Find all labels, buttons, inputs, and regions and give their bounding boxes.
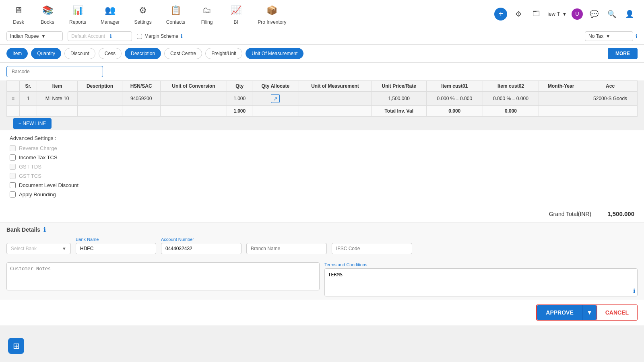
pro-inventory-icon: 📦 [265, 3, 279, 18]
sub-header: Indian Rupee ▼ Default Account ℹ Margin … [0, 28, 644, 45]
bank-name-label: Bank Name [76, 237, 156, 242]
add-button[interactable]: + [494, 8, 507, 21]
nav-desk[interactable]: 🖥 Desk [4, 0, 33, 28]
bank-details-header: Bank Details ℹ [6, 222, 638, 237]
row-month-year[interactable] [539, 92, 583, 106]
nav-contacts[interactable]: 📋 Contacts [159, 0, 192, 28]
bank-details-section: Bank Details ℹ Select Bank ▼ Bank Name A… [0, 222, 644, 259]
reverse-charge-row: Reverse Charge [10, 145, 634, 151]
customer-notes-box [6, 262, 320, 296]
nav-manager-label: Manager [101, 19, 120, 25]
col-item: Item [37, 81, 78, 92]
row-qty-allocate[interactable]: ↗ [252, 92, 299, 106]
approve-dropdown-button[interactable]: ▼ [582, 305, 597, 320]
tab-item[interactable]: Item [6, 48, 28, 59]
apply-rounding-label: Apply Rounding [19, 191, 56, 197]
bank-name-input[interactable] [76, 243, 156, 254]
margin-scheme-area: Margin Scheme ℹ [137, 33, 183, 39]
nav-filing[interactable]: 🗂 Filing [192, 0, 221, 28]
row-uom[interactable] [299, 92, 372, 106]
nav-books[interactable]: 📚 Books [33, 0, 62, 28]
table-totals-row: 1.000 Total Inv. Val 0.000 0.000 [7, 106, 638, 117]
ifsc-input[interactable] [332, 243, 412, 254]
row-description[interactable] [78, 92, 122, 106]
col-unit-conversion: Unit of Conversion [160, 81, 227, 92]
books-icon: 📚 [40, 3, 55, 18]
settings-icon: ⚙ [136, 3, 150, 18]
row-acc: 52000-S Goods [583, 92, 638, 106]
income-tax-tcs-row: Income Tax TCS [10, 154, 634, 160]
terms-textarea[interactable]: TERMS [324, 268, 638, 296]
no-tax-select[interactable]: No Tax ▼ [585, 31, 633, 41]
barcode-input[interactable] [6, 66, 103, 77]
apply-rounding-checkbox[interactable] [10, 191, 16, 197]
col-description: Description [78, 81, 122, 92]
branch-name-group [246, 243, 327, 254]
external-link-icon[interactable]: ↗ [271, 94, 280, 103]
user-area[interactable]: iew T ▼ [547, 11, 567, 17]
bank-name-group: Bank Name [76, 237, 156, 254]
chat-icon[interactable]: 💬 [588, 8, 601, 21]
tab-freight-unit[interactable]: Freight/Unit [205, 48, 242, 59]
currency-select[interactable]: Indian Rupee ▼ [6, 31, 63, 41]
gear-icon[interactable]: ⚙ [512, 8, 525, 21]
approve-button[interactable]: APPROVE [537, 305, 582, 320]
notes-terms-row: Terms and Conditions TERMS ℹ [0, 259, 644, 300]
manager-icon: 👥 [103, 3, 118, 18]
income-tax-tcs-checkbox[interactable] [10, 154, 16, 160]
nav-pro-inventory[interactable]: 📦 Pro Inventory [250, 0, 293, 28]
row-hsn[interactable]: 94059200 [122, 92, 160, 106]
tab-cess[interactable]: Cess [99, 48, 122, 59]
profile-icon[interactable]: 👤 [623, 8, 636, 21]
tab-discount[interactable]: Discount [64, 48, 95, 59]
top-nav: 🖥 Desk 📚 Books 📊 Reports 👥 Manager ⚙ Set… [0, 0, 644, 28]
tab-description[interactable]: Description [125, 48, 161, 59]
cancel-button[interactable]: CANCEL [597, 305, 637, 320]
nav-bi-label: BI [233, 19, 238, 25]
default-account-placeholder: Default Account [71, 33, 105, 39]
top-right-area: + ⚙ 🗔 iew T ▼ U 💬 🔍 👤 [494, 8, 640, 21]
col-uom: Unit of Measurement [299, 81, 372, 92]
contacts-icon: 📋 [168, 3, 183, 18]
default-account-field[interactable]: Default Account ℹ [68, 31, 132, 41]
tab-cost-centre[interactable]: Cost Centre [164, 48, 202, 59]
total-qty: 1.000 [227, 106, 252, 117]
margin-scheme-checkbox[interactable] [137, 34, 142, 39]
more-button[interactable]: MORE [608, 48, 638, 59]
ifsc-group [332, 243, 412, 254]
drag-handle[interactable]: ≡ [7, 92, 20, 106]
reverse-charge-checkbox[interactable] [10, 145, 16, 151]
account-number-input[interactable] [161, 243, 242, 254]
row-item-cust02[interactable]: 0.000 % = 0.000 [483, 92, 539, 106]
doc-level-discount-checkbox[interactable] [10, 182, 16, 188]
branch-name-input[interactable] [246, 243, 327, 254]
nav-settings-label: Settings [134, 19, 151, 25]
row-qty[interactable]: 1.000 [227, 92, 252, 106]
tab-quantity[interactable]: Quantity [31, 48, 61, 59]
window-icon[interactable]: 🗔 [530, 8, 543, 21]
total-inv-val: 0.000 [426, 106, 483, 117]
col-sr: Sr. [20, 81, 37, 92]
nav-settings[interactable]: ⚙ Settings [127, 0, 159, 28]
row-item[interactable]: MI Note 10 [37, 92, 78, 106]
nav-bi[interactable]: 📈 BI [221, 0, 250, 28]
user-avatar[interactable]: U [572, 8, 583, 20]
nav-manager[interactable]: 👥 Manager [93, 0, 127, 28]
gst-tds-label: GST TDS [19, 164, 41, 170]
gst-tcs-checkbox[interactable] [10, 173, 16, 179]
gst-tds-checkbox[interactable] [10, 164, 16, 170]
row-unit-conversion[interactable] [160, 92, 227, 106]
new-line-button[interactable]: + NEW LINE [13, 118, 52, 129]
no-tax-chevron: ▼ [606, 34, 610, 39]
table-row[interactable]: ≡ 1 MI Note 10 94059200 1.000 ↗ 1,500.00… [7, 92, 638, 106]
select-bank-dropdown[interactable]: Select Bank ▼ [6, 243, 71, 254]
row-unit-price[interactable]: 1,500.000 [372, 92, 427, 106]
desk-icon: 🖥 [11, 3, 26, 18]
row-item-cust01[interactable]: 0.000 % = 0.000 [426, 92, 483, 106]
customer-notes-textarea[interactable] [6, 262, 320, 290]
advanced-title: Advanced Settings : [10, 135, 634, 141]
tab-uom[interactable]: Unit Of Measurement [246, 48, 303, 59]
nav-reports[interactable]: 📊 Reports [62, 0, 93, 28]
search-icon[interactable]: 🔍 [605, 8, 618, 21]
col-hsn: HSN/SAC [122, 81, 160, 92]
